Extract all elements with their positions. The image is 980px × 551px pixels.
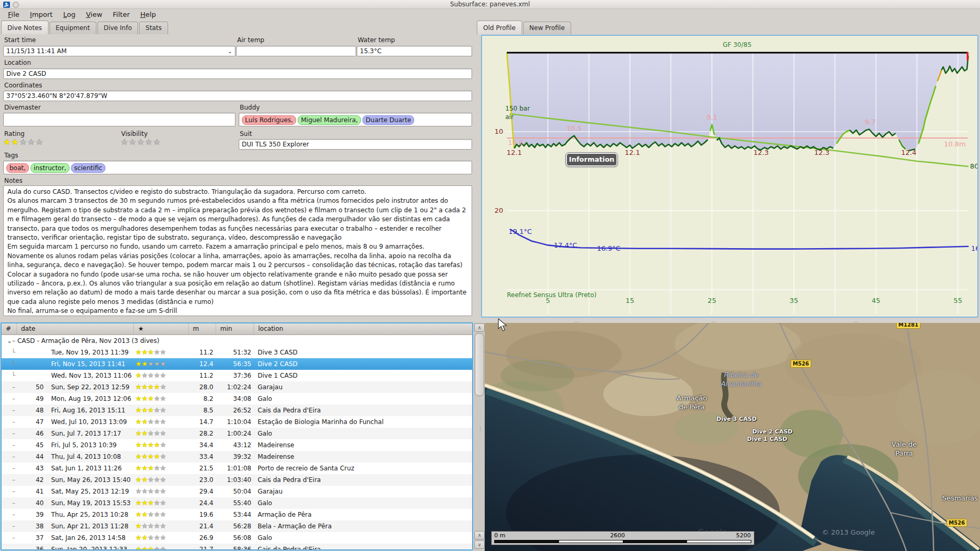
svg-text:12.1: 12.1 xyxy=(507,149,522,156)
tag-pill[interactable]: Duarte Duarte xyxy=(362,115,414,125)
map-label-place: Vale de Parra xyxy=(891,440,917,458)
table-row[interactable]: – 42 Sun, May 26, 2013 15:40 ★★★★★ 23.0 … xyxy=(2,474,472,486)
dive-list-table: #date★mminlocation ⌄– CASD - Armação de … xyxy=(1,322,473,550)
scroll-up-button[interactable]: ∧ xyxy=(474,323,485,332)
map-label-water: Ribeira de Alcantarilha xyxy=(720,370,761,388)
table-row[interactable]: └ Wed, Nov 13, 2013 11:06 ★★★★★ 11.2 37:… xyxy=(2,370,472,381)
menu-view[interactable]: View xyxy=(81,9,107,19)
divemaster-label: Divemaster xyxy=(4,104,41,111)
tag-pill[interactable]: scientific xyxy=(71,163,105,173)
information-tooltip-button[interactable]: Information xyxy=(566,153,618,166)
table-row[interactable]: – 41 Sat, May 25, 2013 12:19 ★★★★★ 29.4 … xyxy=(2,486,472,497)
svg-text:12.1: 12.1 xyxy=(625,149,640,156)
tab-dive-notes[interactable]: Dive Notes xyxy=(1,21,48,34)
table-row[interactable]: └ Fri, Nov 15, 2013 11:41 ★★★★★ 12.4 56:… xyxy=(2,358,472,370)
table-row[interactable]: – 49 Mon, Aug 19, 2013 12:06 ★★★★★ 8.2 3… xyxy=(2,393,472,405)
coordinates-input[interactable]: 37°05'23.460"N 8°20'47.879"W xyxy=(3,91,472,101)
road-badge: M526 xyxy=(947,519,967,527)
table-row[interactable]: – 48 Fri, Aug 16, 2013 15:11 ★★★★★ 8.5 2… xyxy=(2,405,472,416)
road-badge: M1281 xyxy=(896,323,920,329)
col-depth[interactable]: m xyxy=(188,323,215,334)
profile-plot: GF 30/85Reefnet Sensus Ultra (Preto)5152… xyxy=(482,36,977,317)
map-terrain xyxy=(485,323,980,551)
svg-text:12.4: 12.4 xyxy=(901,149,916,156)
col-stars[interactable]: ★ xyxy=(133,323,188,334)
table-row[interactable]: └ Tue, Nov 19, 2013 11:39 ★★★★★ 11.2 51:… xyxy=(2,347,472,358)
profile-tabs: Old ProfileNew Profile xyxy=(477,20,572,34)
map-scale-bar: 0 m 2600 5200 xyxy=(491,531,754,545)
scrollbar-thumb[interactable] xyxy=(475,333,484,396)
tag-pill[interactable]: boat, xyxy=(6,163,29,173)
svg-text:55: 55 xyxy=(954,297,963,304)
svg-text:150 bar: 150 bar xyxy=(505,105,530,112)
trip-row[interactable]: ⌄– CASD - Armação de Pêra, Nov 2013 (3 d… xyxy=(2,335,472,347)
horizontal-splitter[interactable]: ⋯⋯⋯ xyxy=(485,318,980,323)
table-row[interactable]: – 39 Thu, Apr 25, 2013 10:28 ★★★★★ 19.6 … xyxy=(2,509,472,520)
col-min[interactable]: min xyxy=(215,323,253,334)
buddy-input[interactable]: Luís Rodrigues,Miguel Madureira,Duarte D… xyxy=(239,113,472,126)
tab-equipment[interactable]: Equipment xyxy=(50,22,96,34)
divemaster-input[interactable] xyxy=(3,113,236,126)
tag-pill[interactable]: Luís Rodrigues, xyxy=(242,115,296,125)
location-label: Location xyxy=(4,59,31,66)
table-row[interactable]: – 50 Sun, Sep 22, 2013 12:59 ★★★★★ 28.0 … xyxy=(2,381,472,393)
tab-stats[interactable]: Stats xyxy=(139,22,168,34)
start-time-select[interactable]: 11/15/13 11:41 AM ⌄ xyxy=(3,46,236,56)
svg-text:12.3: 12.3 xyxy=(814,149,829,156)
table-row[interactable]: – 44 Thu, Jul 4, 2013 10:08 ★★★★★ 33.4 3… xyxy=(2,451,472,463)
menu-file[interactable]: File xyxy=(3,9,24,19)
tag-pill[interactable]: instructor, xyxy=(31,163,70,173)
table-row[interactable]: – 37 Sat, Jan 26, 2013 14:58 ★★★★★ 26.9 … xyxy=(2,532,472,544)
start-time-label: Start time xyxy=(4,36,36,44)
visibility-stars[interactable]: ★★★★★ xyxy=(121,137,161,147)
tab-dive-info[interactable]: Dive Info xyxy=(97,22,139,34)
location-input[interactable]: Dive 2 CASD xyxy=(3,68,472,79)
mouse-cursor xyxy=(497,318,508,333)
svg-text:12.3: 12.3 xyxy=(753,149,769,156)
map-label-dive: Dive 3 CASD xyxy=(717,416,757,422)
table-row[interactable]: – 43 Sat, Jun 1, 2013 11:26 ★★★★★ 21.5 1… xyxy=(2,463,472,474)
svg-text:air: air xyxy=(505,113,514,121)
tab-old-profile[interactable]: Old Profile xyxy=(477,21,522,34)
dive-profile-chart[interactable]: GF 30/85Reefnet Sensus Ultra (Preto)5152… xyxy=(481,35,978,318)
svg-text:45: 45 xyxy=(871,297,880,304)
col-location[interactable]: location xyxy=(253,323,472,334)
dive-list-body: ⌄– CASD - Armação de Pêra, Nov 2013 (3 d… xyxy=(2,335,472,550)
col-num[interactable]: # xyxy=(2,323,16,334)
table-row[interactable]: – 38 Sun, Apr 21, 2013 11:28 ★★★★★ 21.4 … xyxy=(2,520,472,532)
table-row[interactable]: – 45 Fri, Jul 5, 2013 10:39 ★★★★★ 34.4 4… xyxy=(2,439,472,451)
svg-text:10.8m: 10.8m xyxy=(944,140,966,148)
notes-textarea[interactable]: Aula do curso CASD. Transectos c/video e… xyxy=(3,185,472,316)
tags-input[interactable]: boat,instructor,scientific xyxy=(3,161,472,174)
air-temp-input[interactable] xyxy=(236,46,356,56)
dive-site-map[interactable]: Armação de PêraRibeira de AlcantarilhaVa… xyxy=(485,323,980,551)
svg-text:80: 80 xyxy=(970,162,977,170)
svg-text:16: 16 xyxy=(971,244,977,252)
menu-log[interactable]: Log xyxy=(58,9,80,19)
title-bar[interactable]: Subsurface: paneves.xml xyxy=(0,0,980,9)
menu-import[interactable]: Import xyxy=(25,9,57,19)
notebook-tabs: Dive NotesEquipmentDive InfoStats xyxy=(1,20,169,34)
suit-input[interactable]: DUI TLS 350 Explorer xyxy=(239,139,472,150)
subsurface-window: Subsurface: paneves.xml FileImportLogVie… xyxy=(0,0,980,551)
menu-filter[interactable]: Filter xyxy=(108,9,134,19)
map-label-place: Sesmarias xyxy=(942,494,977,503)
map-label-dive: Dive 1 CASD xyxy=(747,436,787,442)
table-row[interactable]: – 47 Wed, Jul 10, 2013 13:09 ★★★★★ 14.7 … xyxy=(2,416,472,428)
dive-list-scrollbar[interactable]: ∧ ⋮ ∧ ∨ xyxy=(474,322,485,551)
tab-new-profile[interactable]: New Profile xyxy=(523,22,571,34)
scroll-up-button-2[interactable]: ∧ xyxy=(474,531,485,539)
rating-stars[interactable]: ★★★★★ xyxy=(3,137,44,147)
table-row[interactable]: – 40 Sun, May 19, 2013 15:53 ★★★★★ 24.4 … xyxy=(2,497,472,509)
dive-list-header[interactable]: #date★mminlocation xyxy=(2,323,472,335)
table-row[interactable]: – 46 Sun, Jul 7, 2013 17:17 ★★★★★ 28.2 1… xyxy=(2,428,472,439)
scroll-down-button[interactable]: ∨ xyxy=(474,540,485,549)
road-badge: M526 xyxy=(791,360,811,368)
col-date[interactable]: date xyxy=(16,323,133,334)
svg-text:9.1: 9.1 xyxy=(707,113,718,121)
tag-pill[interactable]: Miguel Madureira, xyxy=(298,115,361,125)
water-temp-input[interactable]: 15.3°C xyxy=(357,46,472,56)
menu-help[interactable]: Help xyxy=(135,9,161,19)
notes-label: Notes xyxy=(4,177,23,184)
table-row[interactable]: – 36 Sun, Jan 20, 2013 12:33 ★★★★★ 21.7 … xyxy=(2,544,472,550)
